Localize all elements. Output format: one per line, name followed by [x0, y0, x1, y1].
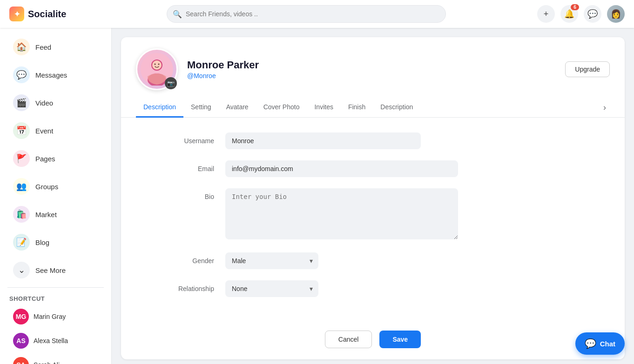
see-more-label: See More — [35, 266, 66, 274]
save-button[interactable]: Save — [379, 331, 421, 348]
sidebar-item-groups[interactable]: 👥 Groups — [4, 173, 108, 200]
sidebar-item-event[interactable]: 📅 Event — [4, 117, 108, 144]
header: ✦ Socialite 🔍 + 🔔 6 💬 👩 — [0, 0, 634, 28]
feed-label: Feed — [35, 43, 51, 51]
pages-icon: 🚩 — [13, 150, 30, 167]
sidebar-item-see-more[interactable]: ⌄ See More — [4, 257, 108, 284]
gender-label: Gender — [158, 252, 214, 265]
shortcut-marin[interactable]: MG Marin Gray — [4, 305, 108, 328]
profile-form: Username Email Bio — [121, 118, 625, 323]
sidebar-item-blog[interactable]: 📝 Blog — [4, 229, 108, 256]
chat-header-button[interactable]: 💬 — [584, 5, 601, 23]
svg-point-3 — [152, 60, 162, 70]
event-label: Event — [35, 127, 53, 135]
add-button[interactable]: + — [537, 5, 555, 23]
gender-select-wrap: Male Female Other ▾ — [225, 252, 318, 269]
tab-avatare[interactable]: Avatare — [219, 98, 256, 118]
profile-header: 📷 Monroe Parker @Monroe Upgrade — [121, 37, 625, 90]
relationship-select[interactable]: None Single In a relationship Married — [225, 280, 318, 297]
form-actions: Cancel Save — [121, 323, 625, 359]
groups-icon: 👥 — [13, 178, 30, 195]
email-field — [225, 160, 458, 177]
relationship-field: None Single In a relationship Married ▾ — [225, 280, 458, 297]
sarah-name: Sarah Ali — [34, 361, 60, 364]
messages-icon: 💬 — [13, 66, 30, 83]
shortcut-sarah[interactable]: SA Sarah Ali — [4, 353, 108, 364]
alexa-name: Alexa Stella — [34, 337, 68, 344]
blog-icon: 📝 — [13, 234, 30, 251]
shortcut-section-title: Shortcut — [0, 291, 111, 304]
email-row: Email — [158, 160, 587, 177]
relationship-label: Relationship — [158, 280, 214, 292]
notifications-button[interactable]: 🔔 6 — [560, 5, 578, 23]
search-input[interactable] — [167, 5, 446, 23]
blog-label: Blog — [35, 238, 49, 246]
email-input[interactable] — [225, 160, 458, 177]
messages-label: Messages — [35, 71, 67, 79]
cancel-button[interactable]: Cancel — [325, 331, 372, 348]
username-field — [225, 132, 458, 149]
email-label: Email — [158, 160, 214, 172]
profile-name: Monroe Parker — [187, 59, 556, 71]
tabs-scroll-right[interactable]: › — [600, 99, 610, 116]
sidebar-divider-1 — [7, 287, 104, 288]
search-bar: 🔍 — [167, 5, 446, 23]
sidebar-item-messages[interactable]: 💬 Messages — [4, 61, 108, 88]
tab-setting[interactable]: Setting — [183, 98, 219, 118]
sidebar-item-feed[interactable]: 🏠 Feed — [4, 33, 108, 60]
feed-icon: 🏠 — [13, 39, 30, 55]
chat-fab-label: Chat — [600, 340, 615, 348]
shortcut-alexa[interactable]: AS Alexa Stella — [4, 329, 108, 352]
tab-cover-photo[interactable]: Cover Photo — [256, 98, 307, 118]
gender-field: Male Female Other ▾ — [225, 252, 458, 269]
upgrade-button[interactable]: Upgrade — [565, 61, 610, 77]
main-layout: 🏠 Feed 💬 Messages 🎬 Video 📅 Event 🚩 Page… — [0, 28, 634, 364]
marin-name: Marin Gray — [34, 313, 66, 320]
see-more-icon: ⌄ — [13, 262, 30, 278]
tabs: Description Setting Avatare Cover Photo … — [121, 98, 625, 118]
alexa-avatar: AS — [13, 333, 29, 349]
tab-invites[interactable]: Invites — [307, 98, 340, 118]
profile-handle: @Monroe — [187, 72, 556, 79]
bio-textarea[interactable] — [225, 188, 458, 239]
username-label: Username — [158, 132, 214, 145]
relationship-row: Relationship None Single In a relationsh… — [158, 280, 587, 297]
logo: ✦ Socialite — [9, 7, 121, 21]
market-label: Market — [35, 211, 57, 218]
market-icon: 🛍️ — [13, 206, 30, 223]
main-content: 📷 Monroe Parker @Monroe Upgrade Descript… — [112, 28, 634, 364]
event-icon: 📅 — [13, 122, 30, 139]
tab-description2[interactable]: Description — [373, 98, 420, 118]
chat-fab-icon: 💬 — [585, 338, 596, 349]
video-label: Video — [35, 99, 53, 107]
svg-point-4 — [155, 64, 156, 65]
tab-finish[interactable]: Finish — [341, 98, 373, 118]
marin-avatar: MG — [13, 309, 29, 324]
sarah-avatar: SA — [13, 357, 29, 364]
username-row: Username — [158, 132, 587, 149]
profile-card: 📷 Monroe Parker @Monroe Upgrade Descript… — [121, 37, 625, 359]
username-input[interactable] — [225, 132, 421, 149]
notification-badge: 6 — [571, 4, 579, 10]
gender-row: Gender Male Female Other ▾ — [158, 252, 587, 269]
gender-select[interactable]: Male Female Other — [225, 252, 318, 269]
profile-info: Monroe Parker @Monroe — [187, 59, 556, 79]
sidebar: 🏠 Feed 💬 Messages 🎬 Video 📅 Event 🚩 Page… — [0, 28, 112, 364]
video-icon: 🎬 — [13, 94, 30, 111]
search-icon: 🔍 — [173, 10, 182, 19]
camera-button[interactable]: 📷 — [165, 77, 177, 89]
tab-description[interactable]: Description — [136, 98, 183, 118]
sidebar-item-pages[interactable]: 🚩 Pages — [4, 145, 108, 172]
user-avatar-header[interactable]: 👩 — [607, 5, 625, 23]
groups-label: Groups — [35, 183, 58, 191]
bio-row: Bio — [158, 188, 587, 241]
sidebar-item-market[interactable]: 🛍️ Market — [4, 201, 108, 228]
chat-fab-button[interactable]: 💬 Chat — [575, 332, 625, 355]
logo-icon: ✦ — [9, 7, 24, 21]
svg-point-5 — [158, 64, 160, 65]
header-actions: + 🔔 6 💬 👩 — [537, 5, 625, 23]
relationship-select-wrap: None Single In a relationship Married ▾ — [225, 280, 318, 297]
bio-label: Bio — [158, 188, 214, 200]
sidebar-item-video[interactable]: 🎬 Video — [4, 89, 108, 116]
pages-label: Pages — [35, 155, 55, 163]
